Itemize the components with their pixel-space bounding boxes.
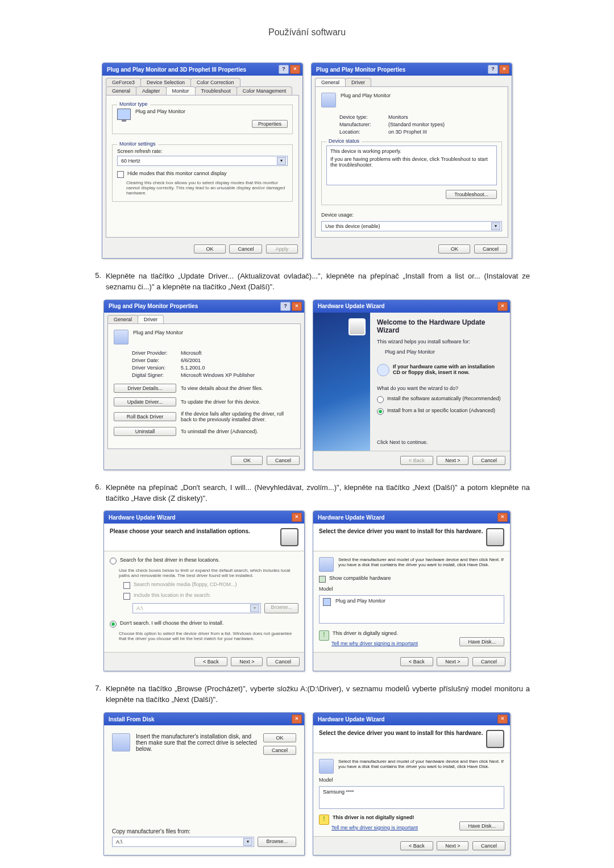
tab-driver[interactable]: Driver (138, 315, 164, 323)
tab-driver[interactable]: Driver (345, 78, 371, 86)
back-button[interactable]: < Back (400, 657, 433, 666)
help-icon[interactable]: ? (488, 65, 498, 74)
help-icon[interactable]: ? (279, 65, 289, 74)
ok-button[interactable]: OK (231, 456, 263, 465)
cancel-button[interactable]: Cancel (472, 841, 505, 850)
model-label: Model (319, 586, 504, 592)
tab-general[interactable]: General (315, 78, 346, 86)
close-icon[interactable]: × (292, 302, 302, 311)
next-button[interactable]: Next > (437, 841, 468, 850)
close-icon[interactable]: × (292, 513, 302, 522)
tab-color-correction[interactable]: Color Correction (190, 78, 240, 86)
next-button[interactable]: Next > (231, 657, 263, 666)
radio[interactable] (377, 408, 384, 415)
signing-info-link[interactable]: Tell me why driver signing is important (331, 641, 418, 646)
chevron-down-icon[interactable]: ▾ (491, 222, 500, 230)
radio[interactable] (110, 558, 117, 564)
chevron-down-icon[interactable]: ▾ (243, 838, 252, 846)
tab-general[interactable]: General (107, 315, 138, 323)
tab-troubleshoot[interactable]: Troubleshoot (195, 86, 237, 95)
cancel-button[interactable]: Cancel (229, 244, 262, 254)
close-icon[interactable]: × (497, 513, 508, 522)
radio[interactable] (110, 621, 117, 628)
model-item[interactable]: Samsung **** (323, 789, 354, 795)
titlebar: Plug and Play Monitor Properties ? × (312, 63, 512, 76)
chevron-down-icon[interactable]: ▾ (277, 157, 286, 165)
ok-button[interactable]: OK (263, 733, 296, 742)
tab-general[interactable]: General (106, 86, 136, 95)
wizard-question: What do you want the wizard to do? (377, 385, 503, 391)
tab-adapter[interactable]: Adapter (136, 86, 167, 95)
monitor-icon (319, 557, 334, 572)
checkbox[interactable] (319, 576, 326, 583)
option-search[interactable]: Search for the best driver in these loca… (110, 557, 298, 564)
driver-details-button[interactable]: Driver Details... (114, 384, 176, 393)
update-driver-button[interactable]: Update Driver... (114, 397, 176, 406)
show-compatible-label: Show compatible hardware (329, 575, 391, 581)
window-title: Plug and Play Monitor and 3D Prophet III… (107, 67, 246, 73)
rollback-driver-button[interactable]: Roll Back Driver (114, 412, 176, 421)
cancel-button[interactable]: Cancel (472, 657, 505, 666)
next-button[interactable]: Next > (437, 657, 468, 666)
browse-button[interactable]: Browse... (258, 837, 296, 847)
properties-button[interactable]: Properties (252, 120, 288, 128)
cancel-button[interactable]: Cancel (474, 244, 507, 254)
cancel-button[interactable]: Cancel (267, 456, 300, 465)
monitor-type-legend: Monitor type (117, 101, 150, 107)
tab-geforce3[interactable]: GeForce3 (106, 78, 141, 86)
cancel-button[interactable]: Cancel (472, 456, 505, 465)
next-button[interactable]: Next > (437, 456, 468, 465)
model-item[interactable]: Plug and Play Monitor (335, 598, 385, 604)
kv-key: Manufacturer: (339, 122, 385, 127)
option-dont-search-desc: Choose this option to select the device … (119, 631, 298, 641)
have-disk-button[interactable]: Have Disk... (459, 821, 504, 830)
close-icon[interactable]: × (497, 302, 508, 311)
back-button[interactable]: < Back (400, 841, 433, 850)
cancel-button[interactable]: Cancel (267, 657, 300, 666)
path-select: A:\ ▾ (132, 603, 261, 613)
ok-button[interactable]: OK (438, 244, 470, 254)
model-list[interactable]: Samsung **** (319, 786, 504, 809)
uninstall-button[interactable]: Uninstall (114, 427, 176, 436)
help-icon[interactable]: ? (280, 302, 291, 311)
refresh-rate-select[interactable]: 60 Hertz ▾ (117, 156, 288, 166)
cancel-button[interactable]: Cancel (263, 746, 296, 755)
tab-device-selection[interactable]: Device Selection (140, 78, 191, 86)
screenshot-pair-1: Plug and Play Monitor and 3D Prophet III… (84, 63, 530, 259)
option-auto[interactable]: Install the software automatically (Reco… (377, 396, 503, 403)
dialog-hardware-wizard-welcome: Hardware Update Wizard × Welcome to the … (313, 300, 511, 470)
step-6: 6. Klepněte na přepínač „Don't search, I… (84, 483, 530, 504)
close-icon[interactable]: × (292, 715, 302, 724)
wizard-heading: Select the device driver you want to ins… (319, 730, 483, 736)
model-list[interactable]: Plug and Play Monitor (319, 595, 504, 624)
option-list[interactable]: Install from a list or specific location… (377, 408, 503, 415)
hide-modes-row[interactable]: Hide modes that this monitor cannot disp… (117, 171, 288, 178)
ok-button[interactable]: OK (194, 244, 226, 254)
back-button[interactable]: < Back (194, 657, 227, 666)
signing-info-link[interactable]: Tell me why driver signing is important (331, 825, 418, 830)
chk-removable-label: Search removable media (floppy, CD-ROM..… (134, 582, 237, 587)
uninstall-desc: To uninstall the driver (Advanced). (181, 429, 294, 434)
wizard-device-name: Plug and Play Monitor (385, 349, 503, 355)
tab-monitor[interactable]: Monitor (166, 86, 196, 95)
device-usage-select[interactable]: Use this device (enable) ▾ (321, 221, 502, 231)
monitor-icon (319, 759, 334, 774)
checkbox[interactable] (117, 171, 124, 178)
close-icon[interactable]: × (497, 715, 508, 724)
wizard-icon (280, 528, 298, 546)
troubleshoot-button[interactable]: Troubleshoot... (446, 190, 497, 199)
kv-key: Driver Version: (132, 365, 177, 371)
option-dont-search[interactable]: Don't search. I will choose the driver t… (110, 620, 298, 628)
close-icon[interactable]: × (499, 65, 509, 74)
window-title: Hardware Update Wizard (109, 514, 176, 521)
step-text: Klepněte na tlačítko „Update Driver... (… (106, 271, 530, 293)
radio[interactable] (377, 396, 384, 403)
screenshot-pair-4: Install From Disk × Insert the manufactu… (84, 712, 530, 855)
copy-from-select[interactable]: A:\ ▾ (112, 837, 254, 847)
close-icon[interactable]: × (290, 65, 300, 74)
wizard-heading: Select the device driver you want to ins… (319, 528, 483, 534)
step-text: Klepněte na tlačítko „Browse (Procházet)… (106, 684, 530, 705)
have-disk-button[interactable]: Have Disk... (459, 637, 504, 646)
show-compatible-check[interactable]: Show compatible hardware (319, 575, 504, 583)
tab-color-management[interactable]: Color Management (237, 86, 293, 95)
